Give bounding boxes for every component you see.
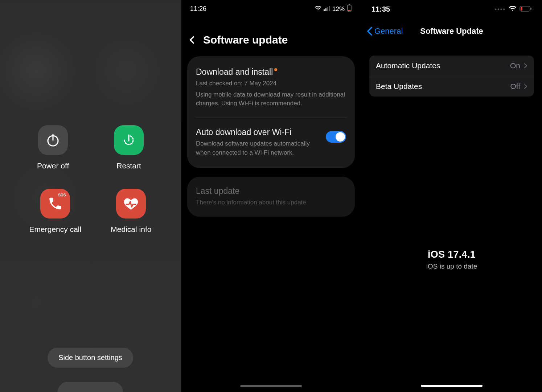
back-button[interactable] xyxy=(187,35,197,45)
bottom-sheet-handle[interactable] xyxy=(58,382,123,392)
svg-rect-3 xyxy=(324,9,325,11)
sos-badge: SOS xyxy=(58,193,66,197)
cellular-dots-icon: •••• xyxy=(495,6,506,13)
auto-download-item: Auto download over Wi-Fi Download softwa… xyxy=(196,126,346,159)
last-update-title: Last update xyxy=(196,186,346,196)
home-indicator[interactable] xyxy=(421,385,483,387)
row-value: Off xyxy=(510,82,520,91)
back-button[interactable]: General xyxy=(366,26,403,36)
medical-info-button[interactable]: Medical info xyxy=(111,189,151,234)
nav-bar: General Software Update xyxy=(361,26,542,41)
new-indicator-dot xyxy=(274,68,277,71)
back-label: General xyxy=(374,26,403,36)
power-row-1: Power off Restart xyxy=(0,125,181,170)
svg-rect-6 xyxy=(329,6,330,11)
restart-button[interactable]: Restart xyxy=(114,125,144,170)
svg-rect-4 xyxy=(325,8,327,11)
restart-label: Restart xyxy=(116,162,141,170)
status-bar: 11:35 •••• xyxy=(361,0,542,13)
svg-rect-9 xyxy=(348,10,351,11)
nav-title: Software Update xyxy=(420,26,483,36)
power-icon xyxy=(38,125,68,155)
row-value: On xyxy=(510,61,520,70)
divider xyxy=(195,118,347,118)
svg-rect-5 xyxy=(327,7,328,11)
download-install-item[interactable]: Download and install Last checked on: 7 … xyxy=(196,66,346,110)
wifi-icon xyxy=(509,5,517,13)
power-row-2: SOS Emergency call Medical info xyxy=(0,189,181,234)
beta-updates-row[interactable]: Beta Updates Off xyxy=(369,76,534,97)
settings-group: Automatic Updates On Beta Updates Off xyxy=(369,56,534,97)
ios-status-message: iOS is up to date xyxy=(361,262,542,270)
update-status-block: iOS 17.4.1 iOS is up to date xyxy=(361,249,542,270)
svg-rect-12 xyxy=(521,7,522,11)
data-warning-text: Using mobile data to download may result… xyxy=(196,90,346,108)
power-off-button[interactable]: Power off xyxy=(37,125,69,170)
side-button-settings[interactable]: Side button settings xyxy=(48,348,133,368)
status-bar: 11:26 12% xyxy=(181,0,361,13)
ios-version: iOS 17.4.1 xyxy=(361,249,542,260)
battery-pct: 12% xyxy=(332,5,345,13)
download-install-title: Download and install xyxy=(196,67,273,77)
battery-icon xyxy=(347,4,352,13)
automatic-updates-row[interactable]: Automatic Updates On xyxy=(369,56,534,76)
power-off-label: Power off xyxy=(37,162,69,170)
gesture-bar[interactable] xyxy=(240,385,302,387)
last-update-card[interactable]: Last update There's no information about… xyxy=(187,177,355,217)
medical-label: Medical info xyxy=(111,225,151,234)
chevron-right-icon xyxy=(524,63,527,69)
page-title: Software update xyxy=(203,34,288,46)
battery-icon xyxy=(520,5,532,13)
wifi-icon xyxy=(315,5,321,13)
last-checked-text: Last checked on: 7 May 2024 xyxy=(196,79,346,88)
emergency-label: Emergency call xyxy=(29,225,82,234)
auto-download-toggle[interactable] xyxy=(326,131,346,143)
samsung-software-update-screen: 11:26 12% Software update Download and i… xyxy=(181,0,361,392)
restart-icon xyxy=(114,125,144,155)
row-label: Beta Updates xyxy=(376,82,422,91)
emergency-call-button[interactable]: SOS Emergency call xyxy=(29,189,82,234)
ios-software-update-screen: 11:35 •••• General Software Update Autom… xyxy=(361,0,542,392)
status-time: 11:26 xyxy=(190,5,206,13)
status-time: 11:35 xyxy=(371,5,390,13)
auto-download-desc: Download software updates automatically … xyxy=(196,139,319,157)
auto-download-title: Auto download over Wi-Fi xyxy=(196,127,319,137)
svg-rect-11 xyxy=(530,8,531,10)
side-button-settings-label: Side button settings xyxy=(58,354,122,362)
samsung-power-menu: Power off Restart SOS Emergency call xyxy=(0,0,181,392)
update-card: Download and install Last checked on: 7 … xyxy=(187,56,355,168)
row-label: Automatic Updates xyxy=(376,61,440,70)
page-header: Software update xyxy=(181,13,361,56)
phone-sos-icon: SOS xyxy=(40,189,70,219)
last-update-desc: There's no information about this update… xyxy=(196,198,346,207)
chevron-right-icon xyxy=(524,83,527,89)
heart-pulse-icon xyxy=(116,189,146,219)
signal-icon xyxy=(324,5,330,13)
